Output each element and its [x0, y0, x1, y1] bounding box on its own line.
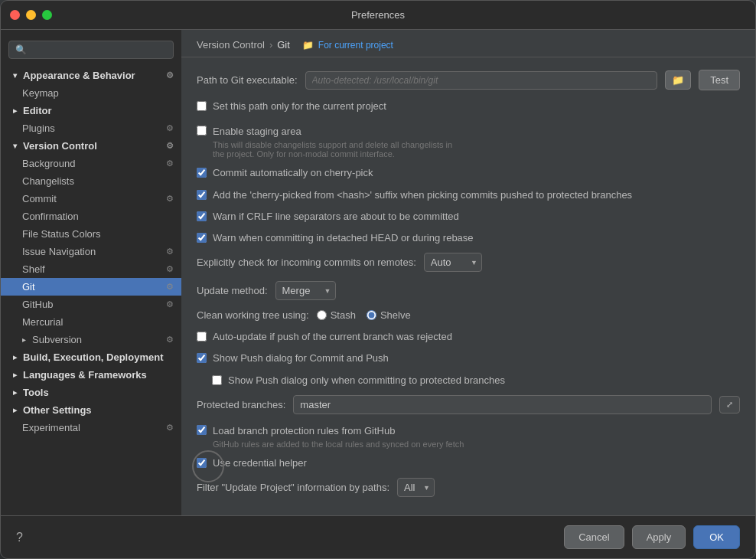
sidebar-item-subversion[interactable]: ▸ Subversion ⚙: [1, 331, 181, 348]
sidebar-item-mercurial[interactable]: Mercurial: [1, 313, 181, 331]
sidebar-item-commit[interactable]: Commit ⚙: [1, 190, 181, 208]
path-only-row: Set this path only for the current proje…: [197, 100, 740, 113]
path-only-checkbox[interactable]: [197, 101, 207, 111]
crlf-checkbox[interactable]: [197, 211, 207, 221]
sidebar-item-label: Experimental: [22, 422, 80, 433]
shelve-radio[interactable]: [367, 310, 376, 320]
credential-helper-row: Use credential helper: [197, 456, 740, 470]
staging-area-content: Enable staging area This will disable ch…: [213, 124, 452, 159]
preferences-window: Preferences 🔍 ▾ Appearance & Behavior ⚙ …: [0, 0, 756, 559]
sidebar-item-other-settings[interactable]: ▸ Other Settings: [1, 401, 181, 419]
update-method-select[interactable]: Merge Rebase: [275, 281, 336, 300]
load-rules-checkbox[interactable]: [197, 425, 207, 435]
credential-helper-checkbox[interactable]: [197, 458, 207, 468]
show-push-protected-checkbox[interactable]: [212, 375, 222, 385]
sidebar-item-confirmation[interactable]: Confirmation: [1, 208, 181, 225]
incoming-select-wrapper: Auto Always Never: [424, 253, 482, 272]
path-input[interactable]: [305, 71, 658, 90]
chevron-right-icon: ▸: [13, 406, 17, 414]
stash-radio-label[interactable]: Stash: [317, 309, 356, 321]
content-header: Version Control › Git 📁 For current proj…: [181, 30, 755, 57]
staging-area-sublabel: This will disable changelists support an…: [213, 140, 452, 159]
sidebar-item-git[interactable]: Git ⚙: [1, 278, 181, 296]
sidebar-item-experimental[interactable]: Experimental ⚙: [1, 419, 181, 436]
browse-button[interactable]: 📁: [665, 70, 691, 90]
sidebar-item-label: Editor: [23, 105, 52, 116]
test-button[interactable]: Test: [699, 70, 740, 90]
crlf-label: Warn if CRLF line separators are about t…: [213, 210, 459, 224]
sidebar-item-label: Confirmation: [22, 211, 79, 222]
help-icon: ?: [16, 531, 23, 544]
content-body: Path to Git executable: 📁 Test Set this …: [181, 57, 755, 515]
apply-button[interactable]: Apply: [632, 525, 686, 549]
sidebar-item-shelf[interactable]: Shelf ⚙: [1, 260, 181, 278]
cherry-suffix-checkbox[interactable]: [197, 190, 207, 200]
detached-checkbox[interactable]: [197, 233, 207, 243]
sidebar-item-build[interactable]: ▸ Build, Execution, Deployment: [1, 348, 181, 366]
window-controls: [10, 10, 52, 20]
breadcrumb-current: Git: [277, 39, 290, 51]
cherry-pick-row: Commit automatically on cherry-pick: [197, 166, 740, 180]
sidebar-item-label: Commit: [22, 193, 57, 204]
content-area: Version Control › Git 📁 For current proj…: [181, 30, 755, 515]
sidebar-item-issue-navigation[interactable]: Issue Navigation ⚙: [1, 243, 181, 260]
cancel-button[interactable]: Cancel: [564, 525, 624, 549]
sidebar-item-file-status-colors[interactable]: File Status Colors: [1, 225, 181, 243]
sidebar-item-version-control[interactable]: ▾ Version Control ⚙: [1, 137, 181, 155]
project-link[interactable]: For current project: [318, 40, 393, 51]
window-title: Preferences: [351, 9, 405, 21]
clean-tree-row: Clean working tree using: Stash Shelve: [197, 309, 740, 321]
search-input[interactable]: [31, 44, 167, 55]
sidebar-item-background[interactable]: Background ⚙: [1, 155, 181, 172]
sidebar-item-label: Mercurial: [22, 316, 63, 328]
ok-button[interactable]: OK: [693, 525, 740, 549]
staging-area-checkbox[interactable]: [197, 126, 207, 136]
main-content: 🔍 ▾ Appearance & Behavior ⚙ Keymap ▸: [1, 30, 755, 515]
sidebar-item-editor[interactable]: ▸ Editor: [1, 102, 181, 119]
sidebar-item-label: Version Control: [23, 140, 97, 152]
auto-update-checkbox[interactable]: [197, 332, 207, 342]
crlf-row: Warn if CRLF line separators are about t…: [197, 210, 740, 224]
minimize-button[interactable]: [26, 10, 36, 20]
sidebar-item-label: Keymap: [22, 87, 59, 99]
filter-select[interactable]: All: [397, 478, 435, 497]
chevron-right-icon: ▸: [22, 335, 26, 344]
incoming-row: Explicitly check for incoming commits on…: [197, 253, 740, 272]
incoming-select[interactable]: Auto Always Never: [424, 253, 482, 272]
show-push-checkbox[interactable]: [197, 353, 207, 363]
sidebar-item-label: Plugins: [22, 123, 55, 134]
sidebar-item-tools[interactable]: ▸ Tools: [1, 384, 181, 401]
shelve-radio-label[interactable]: Shelve: [367, 309, 411, 321]
update-method-label: Update method:: [197, 285, 268, 296]
protected-branches-input[interactable]: [293, 395, 712, 414]
sidebar-item-label: Subversion: [32, 334, 82, 345]
sidebar-item-github[interactable]: GitHub ⚙: [1, 296, 181, 313]
footer: ? Cancel Apply OK: [1, 515, 755, 558]
cherry-suffix-label: Add the 'cherry-picked from <hash>' suff…: [213, 188, 632, 202]
staging-area-row: Enable staging area This will disable ch…: [197, 124, 740, 159]
load-rules-sublabel: GitHub rules are added to the local rule…: [213, 440, 464, 449]
expand-button[interactable]: ⤢: [719, 396, 740, 414]
sidebar-item-appearance[interactable]: ▾ Appearance & Behavior ⚙: [1, 67, 181, 84]
cherry-pick-checkbox[interactable]: [197, 168, 207, 178]
shelve-label: Shelve: [380, 309, 411, 321]
close-button[interactable]: [10, 10, 20, 20]
chevron-right-icon: ▸: [13, 106, 17, 115]
shelf-icon: ⚙: [166, 264, 174, 274]
plugin-icon: ⚙: [166, 123, 174, 133]
sidebar-item-languages[interactable]: ▸ Languages & Frameworks: [1, 366, 181, 384]
sidebar-item-keymap[interactable]: Keymap: [1, 84, 181, 102]
sidebar-item-label: Issue Navigation: [22, 246, 96, 257]
update-method-select-wrapper: Merge Rebase: [275, 281, 336, 300]
search-box[interactable]: 🔍: [8, 41, 174, 59]
sidebar-item-plugins[interactable]: Plugins ⚙: [1, 119, 181, 137]
sidebar-item-changelists[interactable]: Changelists: [1, 172, 181, 190]
protected-branches-row: Protected branches: ⤢: [197, 395, 740, 414]
help-button[interactable]: ?: [16, 531, 23, 544]
chevron-right-icon: ▸: [13, 353, 17, 361]
sidebar-item-label: Background: [22, 158, 75, 169]
github-icon: ⚙: [166, 299, 174, 309]
maximize-button[interactable]: [42, 10, 52, 20]
stash-radio[interactable]: [317, 310, 327, 320]
sidebar-item-label: Git: [22, 281, 35, 293]
